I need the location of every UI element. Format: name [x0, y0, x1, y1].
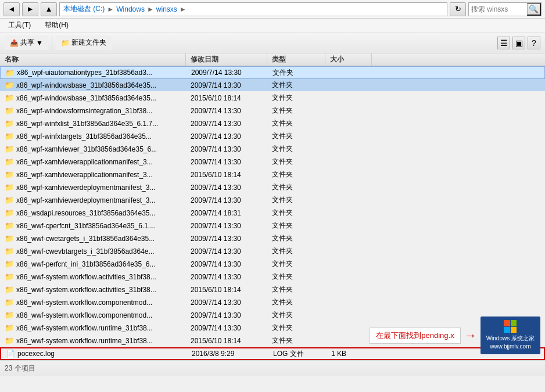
file-type-cell: 文件夹 — [267, 156, 325, 167]
file-size-cell — [325, 85, 372, 86]
refresh-button[interactable]: ↻ — [450, 2, 466, 16]
share-dropdown-icon: ▼ — [36, 39, 43, 47]
table-row[interactable]: 📁 x86_wsdapi.resources_31bf3856ad364e35.… — [0, 207, 545, 220]
file-name-cell: 📁 x86_wwf-cperfcnt_31bf3856ad364e35_6.1.… — [0, 221, 186, 231]
search-button[interactable]: 🔍 — [527, 3, 541, 16]
folder-icon: 📁 — [5, 260, 14, 268]
file-type-cell: 文件夹 — [267, 220, 325, 231]
file-type-cell: 文件夹 — [267, 195, 325, 206]
new-folder-button[interactable]: 📁 新建文件夹 — [56, 35, 112, 50]
search-area: 🔍 — [468, 2, 542, 16]
col-header-name[interactable]: 名称 — [0, 53, 186, 66]
share-icon: 📤 — [10, 39, 19, 47]
folder-icon: 📁 — [5, 272, 14, 281]
file-name-cell: 📁 x86_wpf-uiautomationtypes_31bf3856ad3.… — [1, 68, 187, 78]
search-input[interactable] — [469, 5, 527, 13]
folder-icon: 📁 — [5, 183, 14, 192]
table-row[interactable]: 📁 x86_wwf-system.workflow.activities_31b… — [0, 271, 545, 283]
table-row[interactable]: 📁 x86_wpf-xamlviewerapplicationmanifest_… — [0, 156, 545, 168]
help-button[interactable]: ? — [528, 37, 540, 49]
file-type-cell: 文件夹 — [267, 258, 325, 269]
table-row[interactable]: 📁 x86_wwf-perfcnt_ini_31bf3856ad364e35_6… — [0, 258, 545, 271]
folder-icon: 📁 — [5, 311, 14, 319]
table-row[interactable]: 📁 x86_wwf-system.workflow.activities_31b… — [0, 283, 545, 296]
main-content: 名称 修改日期 类型 大小 📁 x86_wpf-uiautomationtype… — [0, 53, 545, 360]
file-size-cell — [325, 276, 372, 278]
menu-tools[interactable]: 工具(T) — [5, 19, 34, 31]
table-row[interactable]: 📁 x86_wpf-winfxlist_31bf3856ad364e35_6.1… — [0, 117, 545, 130]
file-type-cell: 文件夹 — [267, 322, 325, 333]
folder-icon: 📁 — [5, 119, 14, 128]
col-header-type[interactable]: 类型 — [267, 53, 325, 66]
file-date-cell: 2009/7/14 13:30 — [186, 183, 267, 192]
folder-icon: 📁 — [5, 234, 14, 243]
view-options-button[interactable]: ☰ — [497, 37, 510, 49]
folder-icon: 📁 — [5, 157, 14, 166]
file-size-cell — [325, 149, 372, 150]
file-type-cell: 文件夹 — [267, 80, 325, 91]
forward-button[interactable]: ► — [22, 2, 38, 16]
folder-icon: 📁 — [5, 336, 14, 345]
folder-icon: 📁 — [5, 285, 14, 294]
file-type-cell: 文件夹 — [267, 182, 325, 193]
folder-icon: 📁 — [5, 106, 14, 115]
file-date-cell: 2009/7/14 13:30 — [186, 234, 267, 243]
breadcrumb-windows[interactable]: Windows — [116, 5, 145, 13]
col-header-size[interactable]: 大小 — [325, 53, 372, 66]
file-size-cell — [325, 264, 372, 265]
file-date-cell: 2009/7/14 13:30 — [186, 157, 267, 167]
table-row[interactable]: 📁 x86_wwf-cwevbtargets_i_31bf3856ad364e.… — [0, 245, 545, 258]
folder-icon: 📁 — [5, 208, 14, 217]
file-type-cell: 文件夹 — [268, 67, 326, 78]
folder-icon: 📁 — [5, 170, 14, 179]
file-name-cell: 📁 x86_wwf-system.workflow.activities_31b… — [0, 272, 186, 282]
file-name-cell: 📁 x86_wsdapi.resources_31bf3856ad364e35.… — [0, 208, 186, 218]
file-name-cell: 📁 x86_wwf-system.workflow.runtime_31bf38… — [0, 336, 186, 346]
table-row[interactable]: 📁 x86_wpf-xamlviewerdeploymentmanifest_3… — [0, 194, 545, 207]
table-row[interactable]: 📁 x86_wpf-windowsformsintegration_31bf38… — [0, 105, 545, 117]
file-size-cell — [325, 136, 372, 137]
table-row[interactable]: 📁 x86_wwf-cwetargets_i_31bf3856ad364e35.… — [0, 232, 545, 245]
file-name-cell: 📁 x86_wpf-xamlviewerapplicationmanifest_… — [0, 157, 186, 167]
file-type-cell: 文件夹 — [267, 284, 325, 295]
preview-pane-button[interactable]: ▣ — [512, 37, 525, 49]
file-type-cell: 文件夹 — [267, 118, 325, 129]
back-button[interactable]: ◄ — [3, 2, 20, 16]
folder-icon: 📁 — [5, 132, 14, 141]
file-size-cell — [325, 251, 372, 252]
toolbar: 📤 共享 ▼ 📁 新建文件夹 ☰ ▣ ? — [0, 33, 545, 53]
table-row[interactable]: 📁 x86_wpf-xamlviewerdeploymentmanifest_3… — [0, 181, 545, 194]
up-button[interactable]: ▲ — [41, 2, 57, 16]
file-date-cell: 2009/7/14 13:30 — [186, 145, 267, 154]
file-date-cell: 2009/7/14 13:30 — [187, 68, 268, 77]
file-size-cell — [325, 315, 372, 316]
file-date-cell: 2009/7/14 13:30 — [186, 260, 267, 269]
table-row[interactable]: 📁 x86_wpf-xamlviewer_31bf3856ad364e35_6.… — [0, 143, 545, 156]
menu-help[interactable]: 帮助(H) — [41, 19, 72, 31]
table-row[interactable]: 📁 x86_wpf-windowsbase_31bf3856ad364e35..… — [0, 79, 545, 92]
file-name-cell: 📁 x86_wpf-xamlviewerdeploymentmanifest_3… — [0, 195, 186, 205]
annotation-text: 在最下面找到pending.x — [370, 328, 460, 344]
folder-icon: 📁 — [5, 196, 14, 204]
new-folder-icon: 📁 — [61, 39, 70, 47]
file-name-cell: 📄 pocexec.log — [1, 349, 187, 359]
file-type-cell: 文件夹 — [267, 105, 325, 116]
file-name-cell: 📁 x86_wwf-cwetargets_i_31bf3856ad364e35.… — [0, 233, 186, 243]
table-row[interactable]: 📁 x86_wpf-windowsbase_31bf3856ad364e35..… — [0, 92, 545, 105]
col-header-date[interactable]: 修改日期 — [186, 53, 267, 66]
table-row[interactable]: 📁 x86_wpf-winfxtargets_31bf3856ad364e35.… — [0, 130, 545, 143]
file-size-cell — [325, 340, 372, 341]
share-button[interactable]: 📤 共享 ▼ — [5, 35, 48, 50]
file-date-cell: 2009/7/14 13:30 — [186, 247, 267, 256]
column-header: 名称 修改日期 类型 大小 — [0, 53, 545, 66]
file-date-cell: 2009/7/14 18:31 — [186, 208, 267, 218]
breadcrumb-winsxs[interactable]: winsxs — [156, 5, 177, 13]
file-type-cell: 文件夹 — [267, 335, 325, 346]
table-row[interactable]: 📁 x86_wwf-system.workflow.componentmod..… — [0, 296, 545, 309]
table-row[interactable]: 📁 x86_wwf-cperfcnt_31bf3856ad364e35_6.1.… — [0, 220, 545, 232]
table-row[interactable]: 📁 x86_wpf-xamlviewerapplicationmanifest_… — [0, 168, 545, 181]
table-row[interactable]: 📁 x86_wpf-uiautomationtypes_31bf3856ad3.… — [0, 66, 545, 79]
breadcrumb-localdisk[interactable]: 本地磁盘 (C:) — [63, 4, 105, 14]
file-date-cell: 2015/6/10 18:14 — [186, 285, 267, 294]
breadcrumb[interactable]: 本地磁盘 (C:) ► Windows ► winsxs ► — [59, 2, 447, 16]
